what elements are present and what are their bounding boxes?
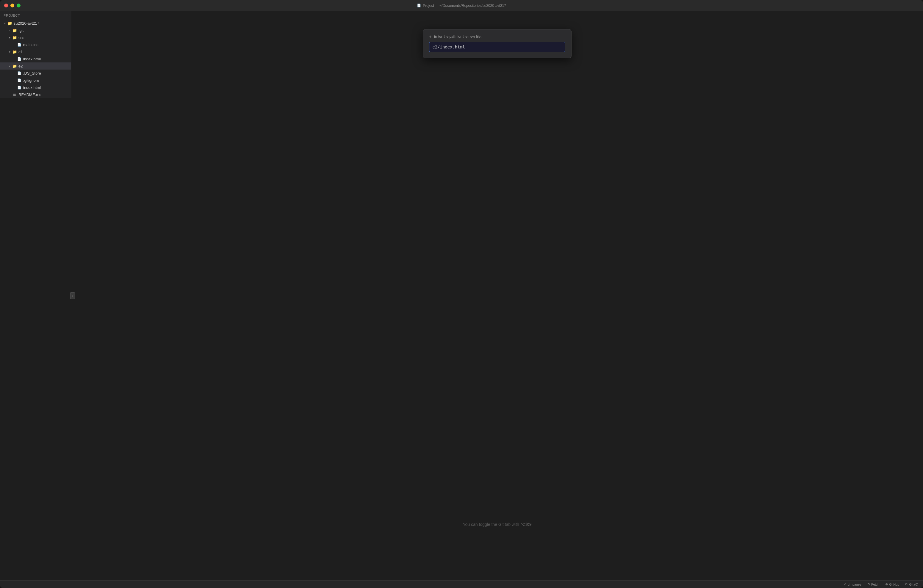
app-window: 📄 Project — ~/Documents/Repositories/su2…	[0, 0, 923, 588]
file-icon: 📄	[16, 56, 22, 62]
modal-title: Enter the path for the new file.	[434, 34, 481, 39]
folder-icon: 📁	[7, 21, 13, 26]
fetch-label: Fetch	[871, 583, 880, 586]
new-file-path-input[interactable]	[429, 42, 565, 52]
sidebar: Project ▾ 📁 su2020-avt217 › 📁 .git	[0, 11, 71, 98]
close-button[interactable]	[4, 3, 8, 7]
window-title: 📄 Project — ~/Documents/Repositories/su2…	[417, 3, 506, 8]
status-github[interactable]: ⊕ GitHub	[885, 582, 899, 586]
sidebar-item-label: css	[18, 35, 25, 40]
sidebar-header: Project	[0, 11, 71, 20]
sidebar-item-label: main.css	[23, 43, 38, 47]
modal-overlay: + Enter the path for the new file.	[71, 11, 923, 580]
minimize-button[interactable]	[10, 3, 14, 7]
statusbar: ⎇ gh-pages ↻ Fetch ⊕ GitHub ⟳ Git (0)	[0, 580, 923, 588]
chevron-icon: ▾	[7, 64, 12, 68]
new-file-dialog: + Enter the path for the new file.	[423, 29, 572, 58]
sidebar-item-label: .gitignore	[23, 78, 39, 83]
sidebar-item-ds-store[interactable]: › 📄 .DS_Store	[0, 69, 71, 77]
file-icon: 📄	[16, 42, 22, 47]
plus-icon: +	[429, 34, 432, 39]
status-fetch[interactable]: ↻ Fetch	[867, 582, 880, 586]
sidebar-item-label: e2	[18, 64, 23, 68]
sidebar-item-main-css[interactable]: › 📄 main.css	[0, 41, 71, 48]
title-text: Project — ~/Documents/Repositories/su202…	[423, 3, 506, 8]
sidebar-item-label: .DS_Store	[23, 71, 41, 76]
file-icon: 📄	[16, 71, 22, 76]
fetch-icon: ↻	[867, 582, 870, 586]
sidebar-item-css[interactable]: ▾ 📁 css	[0, 34, 71, 41]
folder-icon: 📁	[12, 63, 17, 69]
sidebar-item-e1[interactable]: ▾ 📁 e1	[0, 48, 71, 55]
status-branch[interactable]: ⎇ gh-pages	[843, 582, 861, 586]
file-special-icon: ▦	[12, 92, 17, 97]
chevron-icon: ▾	[7, 49, 12, 54]
sidebar-item-label: index.html	[23, 85, 41, 90]
github-icon: ⊕	[885, 582, 888, 586]
sidebar-item-label: index.html	[23, 57, 41, 61]
sidebar-item-e1-index[interactable]: › 📄 index.html	[0, 55, 71, 62]
sidebar-item-label: README.md	[18, 92, 41, 97]
sidebar-item-label: e1	[18, 50, 23, 54]
sidebar-item-label: .git	[18, 28, 23, 33]
titlebar: 📄 Project — ~/Documents/Repositories/su2…	[0, 0, 923, 11]
file-icon: 📄	[16, 77, 22, 83]
title-file-icon: 📄	[417, 3, 421, 7]
git-label: Git (0)	[909, 583, 918, 586]
main-area: Project ▾ 📁 su2020-avt217 › 📁 .git	[0, 11, 923, 580]
status-git[interactable]: ⟳ Git (0)	[905, 582, 918, 586]
branch-label: gh-pages	[848, 583, 861, 586]
sidebar-item-e2[interactable]: ▾ 📁 e2	[0, 62, 71, 69]
file-icon: 📄	[16, 85, 22, 90]
chevron-icon: ›	[7, 28, 12, 33]
folder-icon: 📁	[12, 35, 17, 40]
chevron-icon: ▾	[2, 21, 7, 26]
sidebar-item-git[interactable]: › 📁 .git	[0, 27, 71, 34]
sidebar-item-e2-index[interactable]: › 📄 index.html	[0, 84, 71, 91]
traffic-lights	[4, 3, 21, 7]
github-label: GitHub	[889, 583, 899, 586]
sidebar-item-label: su2020-avt217	[14, 21, 39, 26]
sidebar-item-root[interactable]: ▾ 📁 su2020-avt217	[0, 20, 71, 27]
sidebar-item-readme[interactable]: › ▦ README.md	[0, 91, 71, 98]
git-icon: ⟳	[905, 582, 908, 586]
folder-icon: 📁	[12, 28, 17, 33]
maximize-button[interactable]	[16, 3, 21, 7]
folder-icon: 📁	[12, 49, 17, 54]
branch-icon: ⎇	[843, 582, 847, 586]
content-area: + Enter the path for the new file. You c…	[71, 11, 923, 580]
sidebar-wrapper: Project ▾ 📁 su2020-avt217 › 📁 .git	[0, 11, 71, 580]
sidebar-item-gitignore[interactable]: › 📄 .gitignore	[0, 77, 71, 84]
chevron-icon: ▾	[7, 35, 12, 40]
modal-header: + Enter the path for the new file.	[429, 34, 565, 39]
